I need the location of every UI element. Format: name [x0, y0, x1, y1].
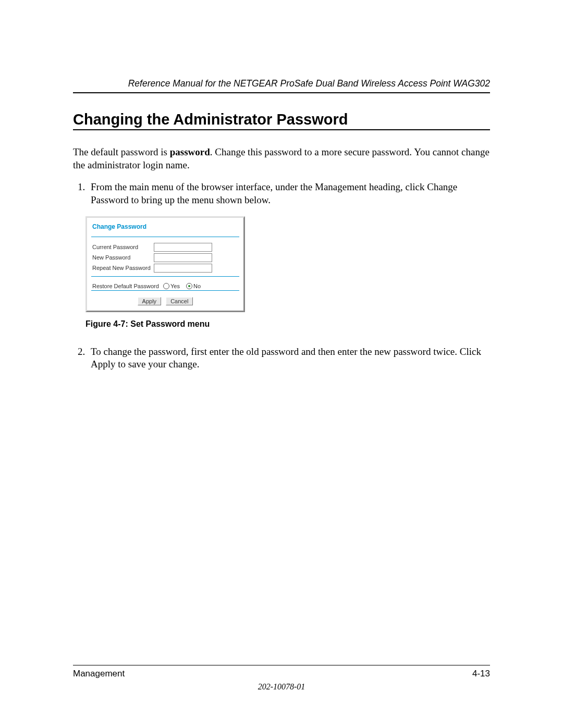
intro-bold: password: [170, 146, 210, 157]
footer-section: Management: [73, 669, 125, 679]
footer-page: 4-13: [472, 669, 490, 679]
steps-list: From the main menu of the browser interf…: [73, 181, 490, 206]
repeat-password-label: Repeat New Password: [92, 265, 154, 271]
radio-yes-label: Yes: [170, 283, 180, 289]
intro-pre: The default password is: [73, 146, 170, 157]
radio-icon: [163, 283, 169, 289]
current-password-label: Current Password: [92, 244, 154, 250]
cancel-button[interactable]: Cancel: [166, 297, 193, 305]
current-password-input[interactable]: [154, 243, 212, 252]
step-1: From the main menu of the browser interf…: [88, 181, 490, 206]
panel-title: Change Password: [87, 218, 243, 237]
repeat-password-input[interactable]: [154, 264, 212, 273]
radio-icon: [186, 283, 192, 289]
panel-separator: [91, 237, 239, 237]
intro-paragraph: The default password is password. Change…: [73, 146, 490, 171]
restore-yes-radio[interactable]: Yes: [163, 283, 180, 289]
radio-no-label: No: [193, 283, 201, 289]
steps-list-2: To change the password, first enter the …: [73, 346, 490, 371]
restore-default-label: Restore Default Password: [92, 283, 160, 289]
figure-caption: Figure 4-7: Set Password menu: [85, 319, 490, 329]
new-password-input[interactable]: [154, 253, 212, 262]
footer-docnum: 202-10078-01: [73, 682, 490, 692]
new-password-label: New Password: [92, 254, 154, 261]
change-password-panel: Change Password Current Password New Pas…: [85, 216, 245, 312]
running-head: Reference Manual for the NETGEAR ProSafe…: [73, 78, 490, 93]
panel-separator-2: [91, 276, 239, 277]
section-title: Changing the Administrator Password: [73, 111, 490, 130]
apply-button[interactable]: Apply: [138, 297, 162, 305]
restore-no-radio[interactable]: No: [186, 283, 201, 289]
panel-separator-3: [91, 290, 239, 291]
step-2: To change the password, first enter the …: [88, 346, 490, 371]
